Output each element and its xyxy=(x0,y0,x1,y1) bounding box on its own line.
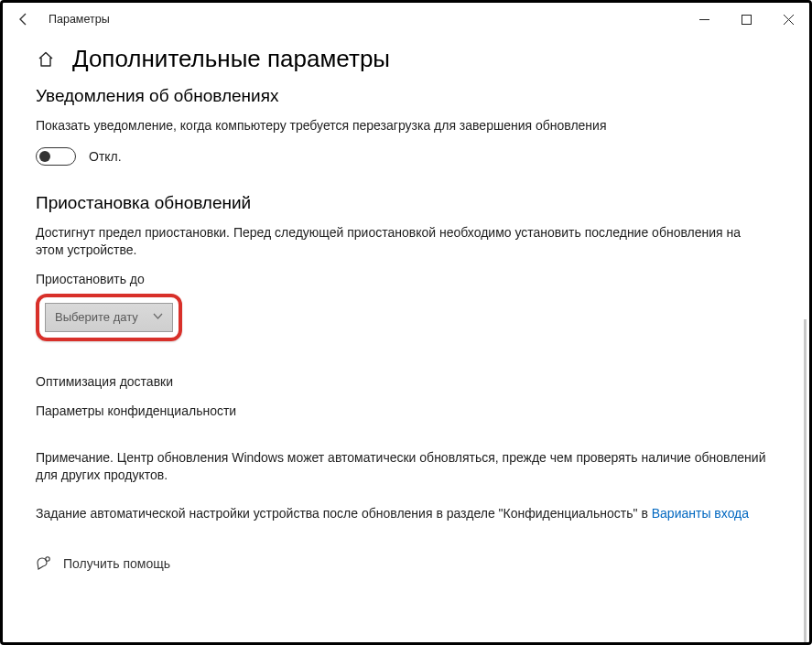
notifications-toggle[interactable] xyxy=(36,147,76,166)
close-button[interactable] xyxy=(767,3,809,36)
window-title: Параметры xyxy=(49,13,683,26)
svg-point-4 xyxy=(46,557,49,561)
sign-in-options-link[interactable]: Варианты входа xyxy=(652,506,749,521)
window-controls xyxy=(683,3,809,36)
home-icon[interactable] xyxy=(36,49,56,70)
back-button[interactable] xyxy=(16,11,32,27)
pause-until-label: Приостановить до xyxy=(36,272,776,286)
scrollbar[interactable] xyxy=(804,319,807,645)
notifications-heading: Уведомления об обновлениях xyxy=(36,86,776,106)
dropdown-highlight-annotation: Выберите дату xyxy=(36,294,182,341)
dropdown-placeholder: Выберите дату xyxy=(55,310,138,324)
get-help-label: Получить помощь xyxy=(63,556,170,571)
notifications-toggle-label: Откл. xyxy=(89,149,122,164)
page-header: Дополнительные параметры xyxy=(36,45,776,73)
pause-date-dropdown[interactable]: Выберите дату xyxy=(45,303,173,332)
pause-heading: Приостановка обновлений xyxy=(36,193,776,213)
footer-note-1: Примечание. Центр обновления Windows мож… xyxy=(36,449,768,485)
svg-rect-1 xyxy=(742,15,751,24)
footer-note-2: Задание автоматической настройки устройс… xyxy=(36,505,776,523)
notifications-description: Показать уведомление, когда компьютеру т… xyxy=(36,117,759,134)
get-help-row[interactable]: Получить помощь xyxy=(36,555,776,572)
pause-description: Достигнут предел приостановки. Перед сле… xyxy=(36,224,759,259)
chevron-down-icon xyxy=(153,310,163,324)
content-area: Дополнительные параметры Уведомления об … xyxy=(3,36,809,642)
notifications-toggle-row: Откл. xyxy=(36,147,776,166)
minimize-button[interactable] xyxy=(683,3,725,36)
titlebar: Параметры xyxy=(3,3,809,36)
toggle-knob xyxy=(39,151,50,162)
help-icon xyxy=(36,555,52,572)
link-delivery-optimization[interactable]: Оптимизация доставки xyxy=(36,374,776,389)
footer-note-2-text: Задание автоматической настройки устройс… xyxy=(36,506,652,521)
link-privacy-settings[interactable]: Параметры конфиденциальности xyxy=(36,403,776,418)
maximize-button[interactable] xyxy=(725,3,767,36)
page-title: Дополнительные параметры xyxy=(72,45,390,73)
